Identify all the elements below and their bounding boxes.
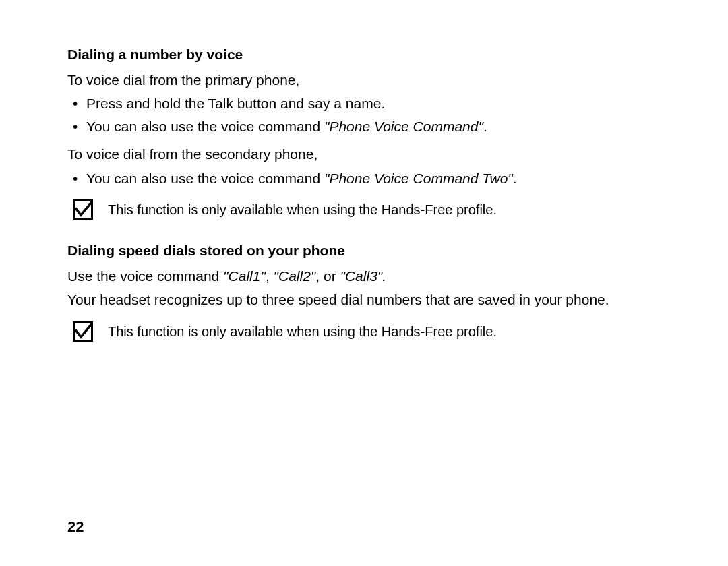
page-number: 22 <box>67 515 84 538</box>
intro-primary-phone: To voice dial from the primary phone, <box>67 69 661 91</box>
bullet-text: Press and hold the Talk button and say a… <box>86 96 385 111</box>
check-icon <box>73 199 93 220</box>
bullets-primary: Press and hold the Talk button and say a… <box>67 93 661 137</box>
voice-command-text: "Call3". <box>340 268 387 284</box>
bullet-item: You can also use the voice command "Phon… <box>86 168 661 189</box>
heading-speed-dial: Dialing speed dials stored on your phone <box>67 240 661 261</box>
section-speed-dial: Dialing speed dials stored on your phone… <box>67 240 661 342</box>
speed-dial-line1: Use the voice command "Call1", "Call2", … <box>67 265 661 287</box>
voice-command-text: "Call1" <box>223 268 266 284</box>
check-icon <box>73 321 93 342</box>
bullet-text: You can also use the voice command <box>86 119 324 134</box>
intro-secondary-phone: To voice dial from the secondary phone, <box>67 144 661 165</box>
bullet-after: . <box>513 170 517 186</box>
note-text: This function is only available when usi… <box>108 199 497 220</box>
text-fragment: , <box>266 268 274 284</box>
bullet-item: You can also use the voice command "Phon… <box>86 116 661 137</box>
note-text: This function is only available when usi… <box>108 321 497 342</box>
text-fragment: Use the voice command <box>67 268 223 284</box>
bullet-item: Press and hold the Talk button and say a… <box>86 93 661 115</box>
text-fragment: , or <box>315 268 340 284</box>
voice-command-text: "Call2" <box>274 268 316 284</box>
voice-command-text: "Phone Voice Command" <box>324 119 483 134</box>
voice-command-text: "Phone Voice Command Two" <box>324 170 513 186</box>
speed-dial-line2: Your headset recognizes up to three spee… <box>67 289 661 311</box>
bullet-text: You can also use the voice command <box>86 170 324 186</box>
note-row: This function is only available when usi… <box>67 199 661 220</box>
heading-voice-dial: Dialing a number by voice <box>67 44 661 65</box>
note-row: This function is only available when usi… <box>67 321 661 342</box>
section-voice-dial: Dialing a number by voice To voice dial … <box>67 44 661 220</box>
bullet-after: . <box>483 119 487 134</box>
bullets-secondary: You can also use the voice command "Phon… <box>67 168 661 189</box>
